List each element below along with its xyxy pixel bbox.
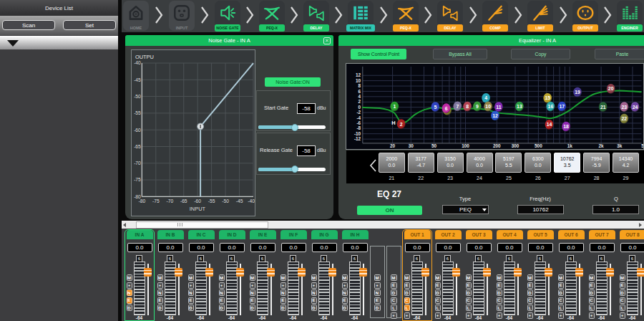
svg-text:11: 11 — [496, 105, 501, 110]
svg-text:-6: -6 — [356, 120, 361, 125]
svg-text:2: 2 — [358, 99, 361, 104]
svg-text:4: 4 — [358, 94, 361, 99]
svg-text:-75: -75 — [152, 198, 160, 203]
svg-text:-60: -60 — [134, 128, 141, 133]
svg-text:2k: 2k — [599, 143, 605, 148]
svg-text:-45: -45 — [134, 77, 141, 82]
svg-text:18: 18 — [563, 124, 569, 129]
svg-text:50: 50 — [431, 143, 437, 148]
svg-text:2: 2 — [400, 122, 403, 127]
svg-text:-80: -80 — [138, 198, 145, 203]
svg-text:4: 4 — [484, 95, 487, 100]
svg-text:12: 12 — [492, 113, 498, 118]
svg-text:H: H — [391, 120, 395, 126]
svg-text:300: 300 — [512, 143, 519, 148]
svg-text:-40: -40 — [248, 198, 255, 203]
svg-text:21: 21 — [600, 105, 606, 110]
svg-text:-40: -40 — [134, 61, 141, 66]
svg-text:-60: -60 — [194, 198, 201, 203]
svg-text:-70: -70 — [166, 198, 173, 203]
svg-text:20: 20 — [608, 86, 614, 91]
svg-text:14: 14 — [547, 122, 552, 127]
svg-text:7: 7 — [456, 104, 459, 109]
svg-text:23: 23 — [622, 105, 628, 110]
svg-text:6: 6 — [358, 89, 361, 94]
svg-text:16: 16 — [548, 104, 554, 109]
svg-text:-55: -55 — [134, 110, 141, 115]
svg-text:-75: -75 — [134, 178, 141, 183]
svg-text:0: 0 — [358, 105, 361, 110]
svg-text:17: 17 — [559, 104, 565, 109]
svg-text:6: 6 — [445, 106, 448, 111]
svg-text:24: 24 — [633, 105, 638, 110]
svg-text:-2: -2 — [356, 110, 361, 115]
svg-text:9: 9 — [476, 104, 479, 109]
svg-text:10: 10 — [485, 104, 491, 109]
svg-text:-8: -8 — [356, 125, 361, 130]
svg-text:-50: -50 — [222, 198, 229, 203]
svg-text:8: 8 — [466, 104, 469, 109]
svg-text:100: 100 — [462, 143, 469, 148]
svg-text:INPUT: INPUT — [190, 206, 206, 212]
svg-text:12: 12 — [356, 72, 361, 77]
svg-text:-70: -70 — [134, 160, 141, 166]
svg-text:8: 8 — [358, 83, 361, 88]
svg-text:5: 5 — [434, 105, 436, 110]
svg-text:1k: 1k — [567, 143, 573, 148]
svg-text:13: 13 — [517, 104, 522, 109]
svg-text:OUTPU: OUTPU — [135, 54, 154, 60]
svg-text:-12: -12 — [354, 136, 361, 141]
svg-text:-50: -50 — [134, 94, 141, 99]
svg-text:500: 500 — [535, 143, 542, 148]
svg-text:-65: -65 — [180, 198, 187, 203]
svg-text:20: 20 — [390, 143, 396, 148]
svg-text:10: 10 — [356, 78, 361, 83]
svg-text:200: 200 — [493, 143, 501, 148]
svg-text:15: 15 — [545, 95, 550, 100]
svg-text:-65: -65 — [134, 144, 141, 149]
svg-text:-4: -4 — [356, 115, 361, 120]
svg-text:22: 22 — [622, 116, 628, 121]
svg-text:30: 30 — [409, 143, 414, 148]
svg-text:3k: 3k — [617, 143, 623, 148]
svg-text:1: 1 — [393, 104, 396, 109]
svg-text:19: 19 — [575, 90, 580, 95]
svg-text:5: 5 — [641, 143, 644, 148]
svg-text:-10: -10 — [354, 131, 361, 136]
svg-text:-45: -45 — [236, 198, 243, 203]
svg-text:-55: -55 — [208, 198, 215, 203]
